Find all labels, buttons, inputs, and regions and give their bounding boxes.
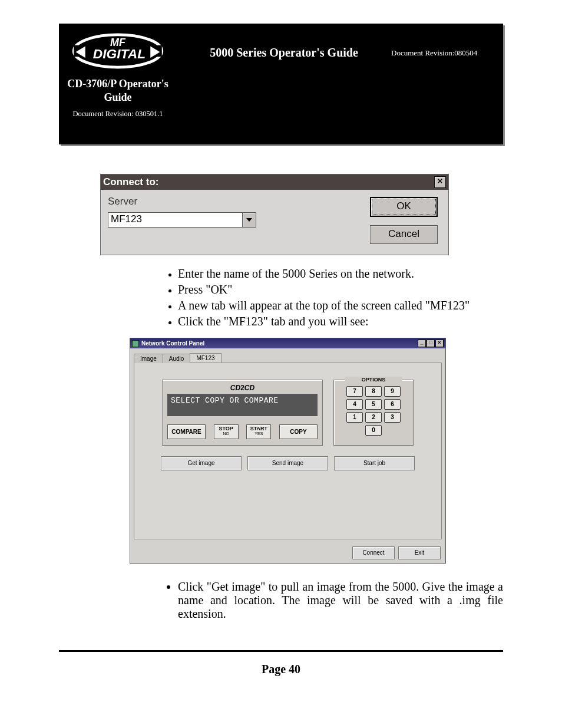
dialog-body: Server MF123 OK Cancel: [101, 190, 448, 255]
compare-button[interactable]: COMPARE: [167, 424, 206, 439]
copy-button[interactable]: COPY: [279, 424, 318, 439]
key-9[interactable]: 9: [384, 386, 401, 397]
header-left: MF DIGITAL CD-3706/P Operator's Guide Do…: [59, 24, 177, 118]
key-8[interactable]: 8: [365, 386, 382, 397]
right-doc-revision: Document Revision:080504: [391, 24, 503, 58]
cancel-button[interactable]: Cancel: [370, 225, 438, 244]
close-icon: ×: [438, 176, 443, 186]
document-page: MF DIGITAL CD-3706/P Operator's Guide Do…: [0, 24, 562, 694]
maximize-icon: □: [429, 340, 432, 345]
network-control-panel-window: Network Control Panel _ □ × Image Audio …: [130, 338, 446, 564]
dialog-title-text: Connect to:: [103, 176, 158, 188]
close-icon: ×: [438, 340, 441, 345]
dialog-form: Server MF123: [108, 196, 370, 244]
tab-panel: CD2CD SELECT COPY OR COMPARE COMPARE STO…: [134, 363, 442, 539]
center-doc-title: 5000 Series Operator's Guide: [177, 24, 391, 60]
stop-button[interactable]: STOP NO: [214, 424, 239, 439]
svg-text:DIGITAL: DIGITAL: [93, 46, 146, 61]
tab-audio[interactable]: Audio: [163, 354, 191, 363]
panels-row: CD2CD SELECT COPY OR COMPARE COMPARE STO…: [143, 380, 433, 446]
close-button[interactable]: ×: [435, 340, 444, 347]
ncp-titlebar: Network Control Panel _ □ ×: [130, 338, 445, 348]
minimize-icon: _: [420, 340, 423, 345]
mf-digital-logo: MF DIGITAL: [59, 28, 177, 74]
key-5[interactable]: 5: [365, 399, 382, 410]
key-3[interactable]: 3: [384, 412, 401, 423]
window-controls: _ □ ×: [418, 340, 444, 347]
list-item: Click "Get image" to pull an image from …: [178, 580, 503, 621]
page-number: Page 40: [0, 663, 562, 694]
key-1[interactable]: 1: [346, 412, 363, 423]
key-2[interactable]: 2: [365, 412, 382, 423]
lcd-text: SELECT COPY OR COMPARE: [171, 396, 314, 405]
header-banner: MF DIGITAL CD-3706/P Operator's Guide Do…: [59, 24, 503, 144]
slash-icon: 2: [240, 384, 244, 392]
list-item: Enter the name of the 5000 Series on the…: [178, 266, 503, 282]
list-item: A new tab will appear at the top of the …: [178, 298, 503, 314]
key-6[interactable]: 6: [384, 399, 401, 410]
lcd-screen: SELECT COPY OR COMPARE: [167, 394, 318, 416]
key-7[interactable]: 7: [346, 386, 363, 397]
minimize-button[interactable]: _: [418, 340, 426, 347]
chevron-down-icon: [246, 218, 252, 222]
list-item: Click the "MF123" tab and you will see:: [178, 314, 503, 330]
dialog-close-button[interactable]: ×: [434, 176, 446, 188]
server-label: Server: [108, 196, 370, 207]
maximize-button[interactable]: □: [427, 340, 435, 347]
action-button-row: Get image Send image Start job: [143, 456, 433, 470]
dialog-titlebar: Connect to: ×: [101, 174, 448, 190]
left-doc-title: CD-3706/P Operator's Guide: [59, 77, 177, 104]
tab-mf123[interactable]: MF123: [190, 353, 221, 363]
server-dropdown-button[interactable]: [242, 213, 256, 227]
instruction-list-2: Click "Get image" to pull an image from …: [165, 580, 503, 621]
exit-button[interactable]: Exit: [398, 546, 441, 559]
left-doc-revision: Document Revision: 030501.1: [59, 110, 177, 118]
app-icon: [132, 340, 139, 347]
lcd-brand-label: CD2CD: [167, 384, 318, 392]
connect-dialog: Connect to: × Server MF123 OK Cancel: [100, 174, 449, 255]
key-0[interactable]: 0: [365, 425, 382, 436]
send-image-button[interactable]: Send image: [247, 456, 328, 470]
ncp-body: Image Audio MF123 CD2CD SELECT COPY OR C…: [130, 348, 445, 543]
ok-button[interactable]: OK: [370, 197, 438, 217]
ncp-title-text: Network Control Panel: [141, 340, 204, 347]
get-image-button[interactable]: Get image: [161, 456, 242, 470]
lcd-button-row: COMPARE STOP NO START YES COPY: [167, 424, 318, 439]
connect-button[interactable]: Connect: [352, 546, 395, 559]
start-button[interactable]: START YES: [246, 424, 271, 439]
tab-strip: Image Audio MF123: [134, 353, 442, 363]
tab-image[interactable]: Image: [134, 354, 163, 363]
start-job-button[interactable]: Start job: [334, 456, 415, 470]
list-item: Press "OK": [178, 282, 503, 298]
server-combobox[interactable]: MF123: [108, 212, 256, 228]
options-title: OPTIONS: [345, 377, 402, 383]
keypad: 7 8 9 4 5 6 1 2 3 0: [339, 386, 408, 436]
server-input[interactable]: MF123: [108, 213, 242, 227]
lcd-panel: CD2CD SELECT COPY OR COMPARE COMPARE STO…: [162, 380, 323, 446]
options-panel: OPTIONS 7 8 9 4 5 6 1 2 3 0: [333, 380, 414, 446]
key-4[interactable]: 4: [346, 399, 363, 410]
ncp-footer: Connect Exit: [130, 543, 445, 563]
instruction-list-1: Enter the name of the 5000 Series on the…: [165, 266, 503, 330]
footer-rule: [59, 650, 503, 652]
dialog-buttons: OK Cancel: [370, 196, 438, 244]
